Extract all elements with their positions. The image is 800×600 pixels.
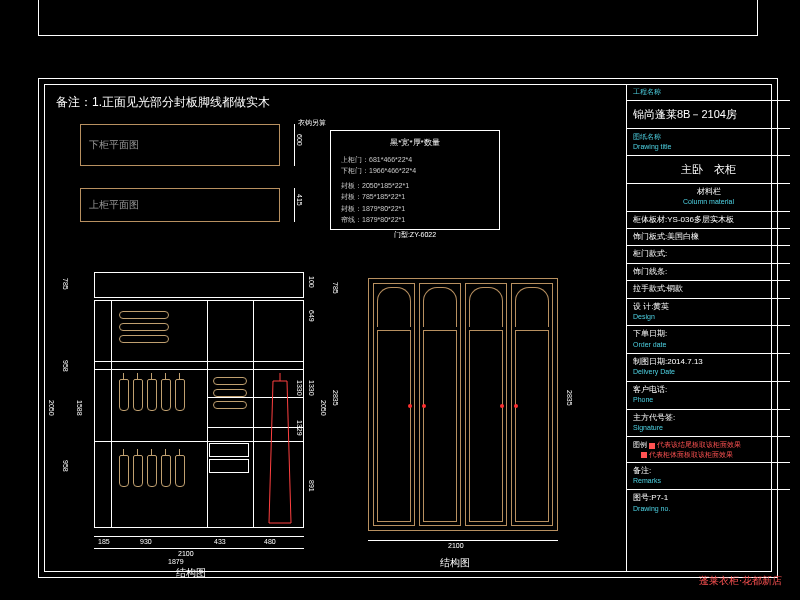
folded-item-icon bbox=[119, 323, 169, 331]
tb-order: 下单日期:Order date bbox=[627, 326, 790, 354]
dim-line bbox=[294, 188, 295, 222]
tb-drawing-lbl: 图纸名称Drawing title bbox=[627, 129, 790, 157]
plan-lower-label: 上柜平面图 bbox=[89, 198, 139, 212]
hanging-garment-icon bbox=[145, 449, 157, 489]
door-panel bbox=[469, 330, 503, 522]
door-knob-icon bbox=[422, 404, 426, 408]
legend-text: 代表该结尾板取该柜面效果 bbox=[657, 441, 741, 448]
dim-top-h: 785 bbox=[62, 278, 69, 290]
elev-left-title: 结构图 bbox=[176, 566, 206, 580]
vertical-divider bbox=[207, 301, 208, 527]
door bbox=[419, 283, 461, 526]
door-arch bbox=[377, 287, 411, 327]
tb-drawing: 主卧 衣柜 bbox=[627, 156, 790, 183]
spec-line: 下柜门：1966*466*22*4 bbox=[341, 165, 489, 176]
hanging-garment-icon bbox=[173, 449, 185, 489]
dim-top-gap: 785 bbox=[332, 282, 339, 294]
hanging-garment-icon bbox=[117, 373, 129, 413]
label-en: Drawing title bbox=[633, 143, 672, 150]
spec-line: 上柜门：681*466*22*4 bbox=[341, 154, 489, 165]
label: 图纸名称 bbox=[633, 133, 661, 140]
label: 下单日期: bbox=[633, 329, 667, 338]
door-knob-icon bbox=[500, 404, 504, 408]
tb-design: 设 计:黄英Design bbox=[627, 299, 790, 327]
tb-phone: 客户电话:Phone bbox=[627, 382, 790, 410]
dim-wb: 930 bbox=[140, 538, 152, 545]
door-arch bbox=[515, 287, 549, 327]
drawer-icon bbox=[209, 459, 249, 473]
spec-title: 黑*宽*厚*数量 bbox=[341, 137, 489, 150]
label-en: Remarks bbox=[633, 477, 661, 484]
door-panel bbox=[377, 330, 411, 522]
label: 制图日期:2014.7.13 bbox=[633, 357, 703, 366]
folded-item-icon bbox=[213, 377, 247, 385]
door-knob-icon bbox=[408, 404, 412, 408]
dim-right-h: 2835 bbox=[566, 390, 573, 406]
label-en: Signature bbox=[633, 424, 663, 431]
label-en: Phone bbox=[633, 396, 653, 403]
dim-inner-h: 1588 bbox=[76, 400, 83, 416]
top-frame-strip bbox=[38, 0, 758, 36]
shelf bbox=[95, 369, 303, 370]
folded-item-icon bbox=[213, 389, 247, 397]
tb-remarks: 备注:Remarks bbox=[627, 463, 790, 491]
dim: 891 bbox=[308, 480, 315, 492]
legend-red-icon bbox=[649, 443, 655, 449]
label: 客户电话: bbox=[633, 385, 667, 394]
hanging-garment-icon bbox=[145, 373, 157, 413]
door-panel bbox=[423, 330, 457, 522]
dim: 649 bbox=[308, 310, 315, 322]
dim: 1330 bbox=[308, 380, 315, 396]
tb-material: 柜体板材:YS-036多层实木板 bbox=[627, 212, 790, 229]
label: 主方代号签: bbox=[633, 413, 675, 422]
dim-wd: 480 bbox=[264, 538, 276, 545]
dim-line bbox=[94, 548, 304, 549]
label: 材料栏 bbox=[697, 187, 721, 196]
hanging-garment-icon bbox=[131, 449, 143, 489]
tb-material-lbl: 材料栏Column material bbox=[627, 184, 790, 212]
dim-inner-w: 1879 bbox=[168, 558, 184, 565]
tb-project: 锦尚蓬莱8B－2104房 bbox=[627, 101, 790, 128]
dim: 100 bbox=[308, 276, 315, 288]
vertical-divider bbox=[253, 301, 254, 527]
label: 设 计:黄英 bbox=[633, 302, 669, 311]
upper-compartment bbox=[94, 272, 304, 298]
label-en: Delivery Date bbox=[633, 368, 675, 375]
legend-text: 代表柜体面板取该柜面效果 bbox=[649, 451, 733, 458]
tb-project-lbl: 工程名称 bbox=[627, 84, 790, 101]
brand-footer: 蓬莱衣柜·花都新店 bbox=[699, 574, 782, 588]
hanging-garment-icon bbox=[117, 449, 129, 489]
dim-wa: 185 bbox=[98, 538, 110, 545]
folded-item-icon bbox=[119, 335, 169, 343]
spec-line: 封板：1879*80*22*1 bbox=[341, 203, 489, 214]
dim-total-h: 2050 bbox=[48, 400, 55, 416]
tb-sign: 主方代号签:Signature bbox=[627, 410, 790, 438]
dim-total-w: 2100 bbox=[178, 550, 194, 557]
dim-line bbox=[368, 540, 558, 541]
dim-wc: 433 bbox=[214, 538, 226, 545]
dim-overall: 2835 bbox=[332, 390, 339, 406]
dim-right-w: 2100 bbox=[448, 542, 464, 549]
dim-upper-h: 600 bbox=[296, 134, 303, 146]
dim-line bbox=[294, 124, 295, 166]
tb-door-line: 饰门线条: bbox=[627, 264, 790, 281]
spec-footer: 门型:ZY-6022 bbox=[341, 229, 489, 240]
dim-row-h: 958 bbox=[62, 360, 69, 372]
drawer-icon bbox=[209, 443, 249, 457]
elev-right-title: 结构图 bbox=[440, 556, 470, 570]
spec-line: 帘线：1879*80*22*1 bbox=[341, 214, 489, 225]
long-dress-icon bbox=[267, 373, 283, 525]
note-text: 备注：1.正面见光部分封板脚线都做实木 bbox=[56, 94, 270, 111]
elevation-right bbox=[368, 278, 558, 531]
folded-item-icon bbox=[213, 401, 247, 409]
dim-row-h2: 958 bbox=[62, 460, 69, 472]
dim: 2050 bbox=[320, 400, 327, 416]
label-en: Drawing no. bbox=[633, 505, 670, 512]
door bbox=[465, 283, 507, 526]
label-en: Design bbox=[633, 313, 655, 320]
hook-note: 衣钩另算 bbox=[298, 118, 326, 128]
plan-lower-cabinet: 上柜平面图 bbox=[80, 188, 280, 222]
hanging-garment-icon bbox=[131, 373, 143, 413]
label: 图号:P7-1 bbox=[633, 493, 668, 502]
tb-door-style: 柜门款式: bbox=[627, 246, 790, 263]
